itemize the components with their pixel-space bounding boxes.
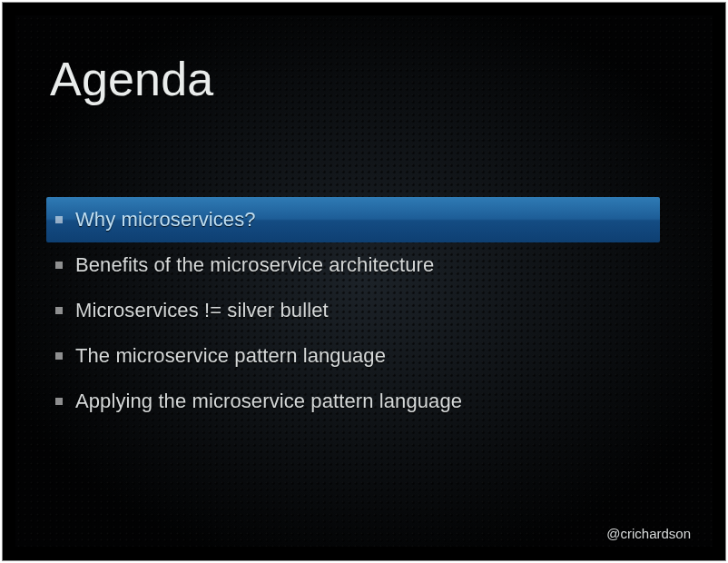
slide-frame: Agenda Why microservices? Benefits of th… (2, 2, 726, 561)
agenda-item: Microservices != silver bullet (46, 288, 676, 333)
agenda-item: Benefits of the microservice architectur… (46, 242, 676, 288)
slide: Agenda Why microservices? Benefits of th… (15, 15, 713, 547)
agenda-item-label: Why microservices? (75, 208, 256, 232)
slide-footer: @crichardson (606, 526, 691, 541)
bullet-icon (55, 352, 63, 360)
bullet-icon (55, 216, 63, 223)
bullet-icon (55, 307, 63, 314)
slide-title: Agenda (50, 52, 213, 106)
agenda-list: Why microservices? Benefits of the micro… (46, 197, 676, 424)
agenda-item: Applying the microservice pattern langua… (46, 379, 676, 424)
bullet-icon (55, 398, 63, 405)
agenda-item-label: Applying the microservice pattern langua… (75, 390, 462, 413)
agenda-item-label: Microservices != silver bullet (75, 299, 329, 322)
agenda-item-label: Benefits of the microservice architectur… (75, 253, 434, 277)
agenda-item: The microservice pattern language (46, 333, 676, 379)
agenda-item-label: The microservice pattern language (75, 344, 386, 368)
bullet-icon (55, 262, 63, 269)
agenda-item: Why microservices? (46, 197, 660, 242)
